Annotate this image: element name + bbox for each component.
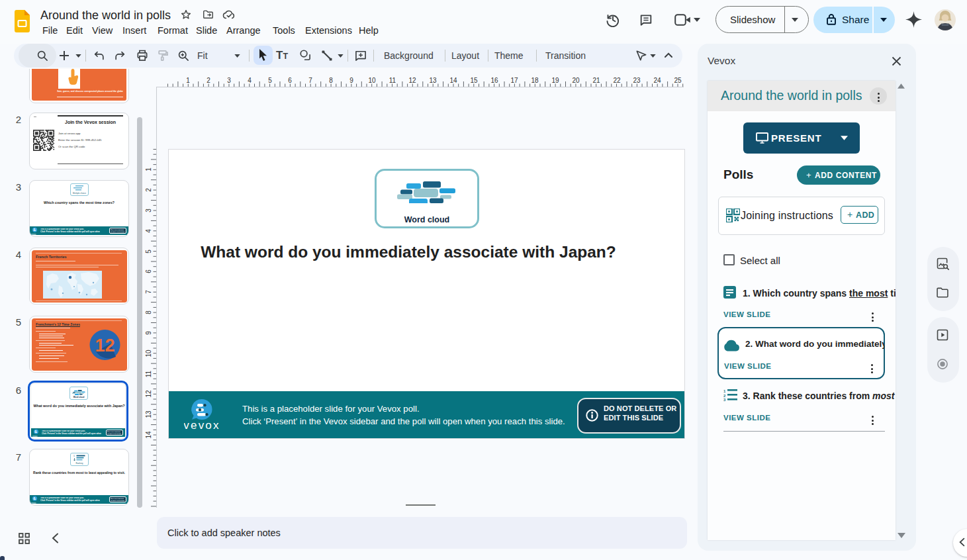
svg-text:12: 12 — [95, 336, 115, 355]
svg-text:1: 1 — [73, 455, 75, 457]
svg-text:vevox: vevox — [184, 419, 220, 431]
svg-text:2: 2 — [723, 394, 726, 398]
svg-text:1: 1 — [723, 389, 726, 393]
svg-text:3: 3 — [723, 398, 726, 401]
